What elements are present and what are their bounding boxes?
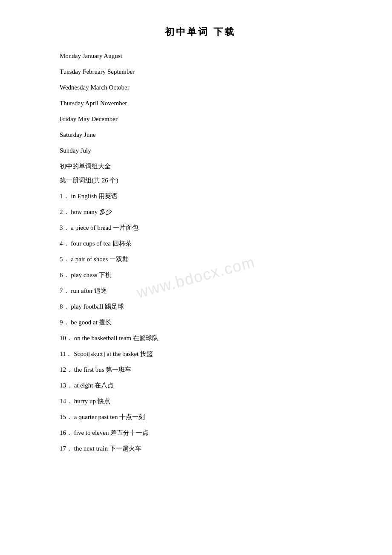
days-months-line: Sunday July	[60, 145, 341, 156]
list-item: 4． four cups of tea 四杯茶	[60, 238, 341, 249]
list-item: 2． how many 多少	[60, 206, 341, 218]
days-months-line: Tuesday February September	[60, 66, 341, 78]
list-item: 15． a quarter past ten 十点一刻	[60, 411, 341, 423]
days-months-line: Friday May December	[60, 113, 341, 125]
list-item: 1． in English 用英语	[60, 191, 341, 202]
list-item: 6． play chess 下棋	[60, 269, 341, 281]
list-item: 7． run after 追逐	[60, 285, 341, 297]
list-item: 9． be good at 擅长	[60, 317, 341, 328]
list-item: 12． the first bus 第一班车	[60, 364, 341, 376]
list-item: 3． a piece of bread 一片面包	[60, 222, 341, 234]
list-item: 8． play football 踢足球	[60, 301, 341, 312]
list-item: 11． Scoot[sku:t] at the basket 投篮	[60, 348, 341, 360]
days-months-line: Thursday April November	[60, 98, 341, 109]
list-item: 10． on the basketball team 在篮球队	[60, 332, 341, 344]
days-months-section: Monday January AugustTuesday February Se…	[60, 50, 341, 156]
list-item: 5． a pair of shoes 一双鞋	[60, 254, 341, 265]
days-months-line: Monday January August	[60, 50, 341, 62]
days-months-line: Saturday June	[60, 129, 341, 141]
list-item: 13． at eight 在八点	[60, 380, 341, 391]
section-heading: 初中的单词组大全	[60, 161, 341, 172]
days-months-line: Wednesday March October	[60, 82, 341, 93]
book-heading: 第一册词组(共 26 个)	[60, 175, 341, 186]
page-title: 初中单词 下载	[60, 26, 341, 38]
list-item: 14． hurry up 快点	[60, 396, 341, 407]
items-section: 1． in English 用英语2． how many 多少3． a piec…	[60, 191, 341, 454]
list-item: 16． five to eleven 差五分十一点	[60, 427, 341, 439]
list-item: 17． the next train 下一趟火车	[60, 443, 341, 454]
